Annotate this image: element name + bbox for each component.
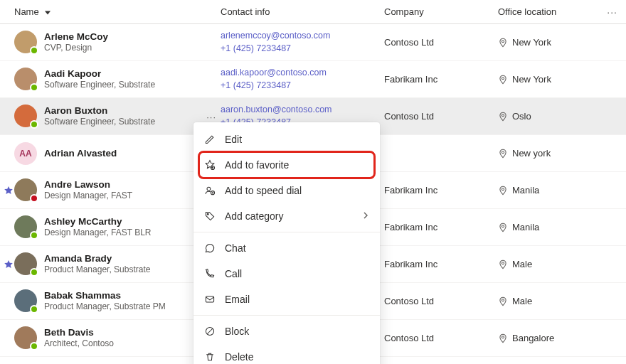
company-cell: Fabrikam Inc	[384, 259, 498, 269]
name-block: Adrian Alvasted	[44, 147, 117, 160]
office-location-text: New York	[512, 37, 551, 48]
contact-phone-link[interactable]: +1 (425) 7233487	[221, 43, 384, 55]
contact-email-link[interactable]: arlenemccoy@contoso.com	[221, 30, 384, 43]
contact-title: Product Manager, Substrate PM	[44, 301, 166, 313]
contact-email-link[interactable]: aaron.buxton@contoso.com	[221, 104, 384, 117]
location-icon	[498, 186, 508, 196]
office-cell: Bangalore	[498, 333, 617, 343]
favorite-star-icon	[3, 111, 14, 122]
name-block: Aadi KapoorSoftware Engineer, Substrate	[44, 68, 155, 91]
name-block: Aaron BuxtonSoftware Engineer, Substrate	[44, 105, 155, 128]
presence-badge	[30, 83, 38, 92]
svg-point-5	[502, 225, 504, 227]
office-cell: New york	[498, 148, 617, 159]
office-cell: Male	[498, 296, 617, 306]
menu-item-edit[interactable]: Edit	[193, 127, 380, 152]
presence-badge	[30, 194, 38, 203]
column-header-more[interactable]: ···	[600, 6, 617, 18]
column-header-company[interactable]: Company	[384, 6, 498, 17]
star-add-icon	[203, 159, 216, 171]
column-header-office[interactable]: Office location	[498, 6, 600, 17]
contact-name: Babak Shammas	[44, 289, 166, 302]
column-header-name-label: Name	[14, 6, 39, 17]
name-block: Amanda BradyProduct Manager, Substrate	[44, 252, 150, 276]
office-cell: New York	[498, 74, 617, 85]
people-add-icon	[203, 184, 216, 197]
office-location-text: New york	[512, 148, 551, 159]
name-cell: Aadi KapoorSoftware Engineer, Substrate	[14, 68, 221, 91]
contact-phone-link[interactable]: +1 (425) 7233487	[221, 80, 384, 92]
name-cell: AAAdrian Alvasted	[14, 142, 221, 165]
presence-badge	[30, 342, 38, 350]
office-location-text: Bangalore	[512, 333, 554, 343]
contact-title: Software Engineer, Substrate	[44, 80, 155, 91]
svg-point-6	[502, 262, 504, 264]
menu-item-add-speed-dial[interactable]: Add to speed dial	[193, 178, 380, 203]
presence-badge	[30, 46, 38, 55]
call-icon	[203, 267, 216, 280]
context-menu: Edit Add to favorite Add to speed dial A…	[193, 122, 380, 364]
svg-point-4	[502, 188, 504, 190]
favorite-star-icon	[3, 296, 14, 307]
table-row[interactable]: Aadi KapoorSoftware Engineer, Substratea…	[0, 61, 626, 98]
contact-info-cell: arlenemccoy@contoso.com+1 (425) 7233487	[221, 30, 384, 55]
column-header-name[interactable]: Name	[14, 6, 221, 17]
presence-badge	[30, 120, 38, 129]
menu-item-add-category[interactable]: Add category	[193, 203, 380, 229]
location-icon	[498, 149, 508, 159]
delete-icon	[203, 350, 216, 363]
name-block: Arlene McCoyCVP, Design	[44, 31, 108, 54]
favorite-star-icon	[3, 222, 14, 233]
location-icon	[498, 259, 508, 269]
contact-name: Beth Davis	[44, 326, 114, 339]
company-cell: Fabrikam Inc	[384, 74, 498, 85]
menu-item-block[interactable]: Block	[193, 318, 380, 344]
name-cell: Andre LawsonDesign Manager, FAST	[14, 178, 221, 202]
office-cell: Manila	[498, 222, 617, 232]
avatar	[14, 105, 37, 127]
name-block: Andre LawsonDesign Manager, FAST	[44, 178, 132, 202]
row-more-button[interactable]: ···	[199, 111, 216, 122]
favorite-star-icon	[3, 37, 14, 48]
table-row[interactable]: Arlene McCoyCVP, Designarlenemccoy@conto…	[0, 24, 626, 61]
presence-badge	[30, 231, 38, 240]
location-icon	[498, 38, 508, 48]
menu-item-delete[interactable]: Delete	[193, 344, 380, 364]
tag-icon	[203, 210, 216, 223]
favorite-star-icon	[3, 259, 14, 270]
contact-email-link[interactable]: aadi.kapoor@contoso.com	[221, 67, 384, 80]
menu-item-add-favorite[interactable]: Add to favorite	[193, 152, 380, 178]
menu-item-call[interactable]: Call	[193, 261, 380, 287]
contact-name: Andre Lawson	[44, 178, 132, 191]
contact-name: Amanda Brady	[44, 252, 150, 265]
avatar	[14, 31, 37, 53]
menu-item-delete-label: Delete	[225, 351, 370, 363]
office-cell: Oslo	[498, 111, 617, 122]
svg-point-12	[207, 213, 208, 215]
name-cell: Amanda BradyProduct Manager, Substrate	[14, 252, 221, 276]
avatar	[14, 178, 37, 201]
more-icon: ···	[607, 6, 617, 18]
name-cell: Arlene McCoyCVP, Design	[14, 31, 221, 54]
column-header-contact[interactable]: Contact info	[221, 6, 384, 17]
office-location-text: Manila	[512, 222, 539, 232]
more-icon: ···	[206, 111, 216, 122]
location-icon	[498, 333, 508, 343]
contact-name: Aaron Buxton	[44, 105, 155, 117]
chevron-right-icon	[361, 210, 370, 222]
contact-name: Adrian Alvasted	[44, 147, 117, 160]
menu-separator	[193, 315, 380, 316]
contact-title: Software Engineer, Substrate	[44, 117, 155, 128]
menu-item-call-label: Call	[225, 268, 370, 279]
menu-item-email[interactable]: Email	[193, 287, 380, 312]
name-cell: Babak ShammasProduct Manager, Substrate …	[14, 289, 221, 313]
contact-title: Design Manager, FAST	[44, 191, 132, 202]
menu-item-chat[interactable]: Chat	[193, 235, 380, 261]
menu-item-add-category-label: Add category	[225, 210, 353, 222]
email-icon	[203, 293, 216, 306]
svg-point-2	[502, 114, 504, 116]
favorite-star-icon	[3, 148, 14, 159]
menu-separator	[193, 232, 380, 232]
contact-info-cell: aadi.kapoor@contoso.com+1 (425) 7233487	[221, 67, 384, 92]
menu-item-add-favorite-label: Add to favorite	[225, 159, 370, 171]
